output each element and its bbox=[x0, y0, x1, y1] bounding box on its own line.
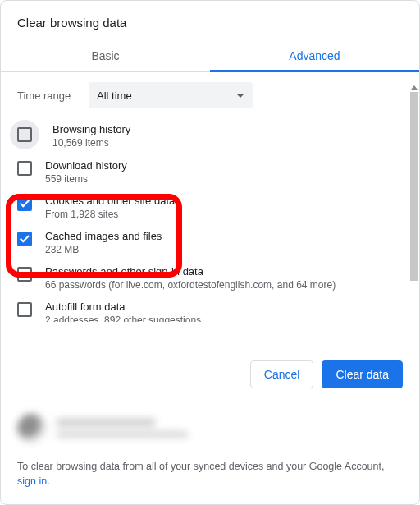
item-title: Passwords and other sign-in data bbox=[45, 265, 336, 278]
checkbox-passwords[interactable] bbox=[17, 267, 32, 282]
item-title: Cookies and other site data bbox=[45, 195, 175, 207]
checkbox-autofill[interactable] bbox=[17, 302, 32, 317]
item-subtitle: 2 addresses, 892 other suggestions bbox=[45, 314, 201, 322]
list-item[interactable]: Browsing history 10,569 items bbox=[1, 118, 419, 154]
list-item[interactable]: Passwords and other sign-in data 66 pass… bbox=[1, 260, 419, 296]
scroll-up-icon[interactable] bbox=[409, 82, 418, 92]
time-range-label: Time range bbox=[17, 90, 79, 102]
time-range-select[interactable]: All time bbox=[89, 82, 253, 108]
clear-browsing-data-dialog: Clear browsing data Basic Advanced Time … bbox=[0, 0, 420, 505]
tabs: Basic Advanced bbox=[1, 39, 419, 72]
account-info bbox=[57, 419, 188, 438]
list-item[interactable]: Cookies and other site data From 1,928 s… bbox=[1, 190, 419, 225]
checkbox-download-history[interactable] bbox=[17, 161, 32, 176]
button-row: Cancel Clear data bbox=[1, 347, 419, 402]
item-title: Cached images and files bbox=[45, 230, 162, 242]
scrollbar[interactable] bbox=[409, 82, 418, 347]
time-range-row: Time range All time bbox=[1, 72, 419, 115]
item-subtitle: From 1,928 sites bbox=[45, 209, 175, 220]
item-title: Download history bbox=[45, 159, 127, 172]
item-subtitle: 232 MB bbox=[45, 244, 162, 255]
tab-advanced[interactable]: Advanced bbox=[210, 39, 419, 71]
checkbox-cookies[interactable] bbox=[17, 196, 32, 211]
item-title: Browsing history bbox=[52, 123, 130, 135]
footer-text: To clear browsing data from all of your … bbox=[17, 461, 384, 472]
item-subtitle: 66 passwords (for live.com, oxfordtestof… bbox=[45, 279, 336, 291]
list-item[interactable]: Download history 559 items bbox=[1, 154, 419, 190]
items-list: Browsing history 10,569 items Download h… bbox=[1, 115, 419, 322]
item-title: Autofill form data bbox=[45, 301, 201, 313]
signin-link[interactable]: sign in bbox=[17, 475, 47, 487]
scroll-thumb[interactable] bbox=[410, 92, 418, 281]
item-subtitle: 10,569 items bbox=[52, 137, 130, 149]
item-subtitle: 559 items bbox=[45, 173, 127, 185]
dropdown-icon bbox=[236, 94, 244, 98]
avatar bbox=[17, 414, 47, 443]
tab-basic[interactable]: Basic bbox=[1, 39, 210, 71]
cancel-button[interactable]: Cancel bbox=[250, 360, 314, 388]
time-range-value: All time bbox=[97, 90, 132, 102]
dialog-title: Clear browsing data bbox=[1, 1, 419, 39]
checkbox-ripple bbox=[10, 120, 39, 149]
list-item[interactable]: Cached images and files 232 MB bbox=[1, 225, 419, 260]
checkbox-cached-images[interactable] bbox=[17, 232, 32, 246]
checkbox-browsing-history[interactable] bbox=[17, 127, 32, 142]
content-area: Time range All time Browsing history 10,… bbox=[1, 72, 419, 347]
footer: To clear browsing data from all of your … bbox=[1, 452, 419, 505]
list-item[interactable]: Autofill form data 2 addresses, 892 othe… bbox=[1, 296, 419, 322]
clear-data-button[interactable]: Clear data bbox=[322, 360, 403, 388]
account-row bbox=[1, 402, 419, 452]
